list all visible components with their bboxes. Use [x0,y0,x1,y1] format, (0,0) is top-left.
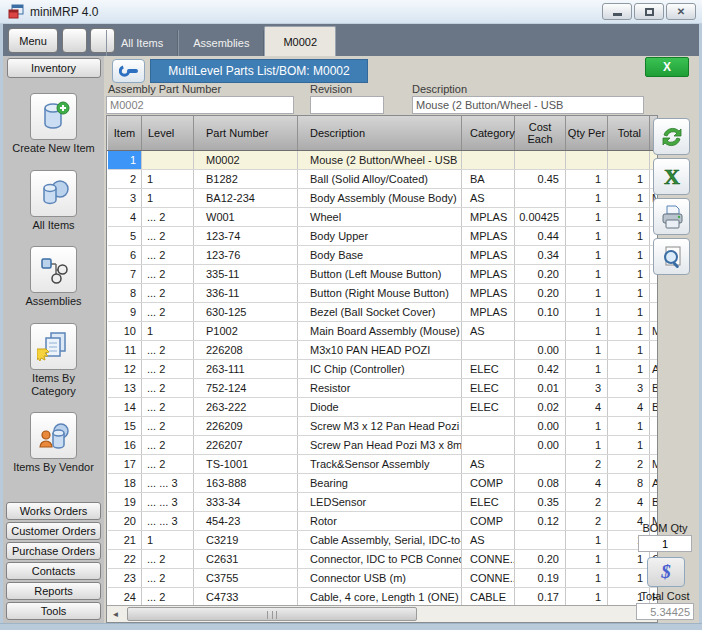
cell[interactable] [462,416,515,435]
sidebar-header-inventory[interactable]: Inventory [7,58,101,78]
cell[interactable]: 336-11 [194,283,298,302]
sidebar-item-items-by-category[interactable]: Items By Category [11,323,97,397]
cell[interactable]: 12 [108,359,142,378]
cell[interactable]: 2 [566,492,608,511]
cell[interactable]: 1 [566,283,608,302]
cell[interactable]: 1 [566,549,608,568]
cell[interactable]: ... 2 [142,397,194,416]
cell[interactable]: 1 [566,416,608,435]
cell[interactable]: 0.08 [515,473,566,492]
close-button[interactable]: ✕ [666,3,696,20]
col-header-level[interactable]: Level [142,116,194,150]
cell[interactable]: 2 [608,454,650,473]
cell[interactable]: 1 [608,283,650,302]
cell[interactable]: 0.20 [515,264,566,283]
cell[interactable]: C3219 [194,530,298,549]
cell[interactable]: Bearing [298,473,462,492]
col-header-part-number[interactable]: Part Number [194,116,298,150]
table-row[interactable]: 4... 2W001WheelMPLAS0.0042511 [108,207,658,226]
cell[interactable]: C3755 [194,568,298,587]
cell[interactable]: COMP [462,511,515,530]
cell[interactable]: 1 [608,340,650,359]
cell[interactable]: W001 [194,207,298,226]
cell[interactable]: 1 [566,359,608,378]
cell[interactable]: 7 [108,264,142,283]
cell[interactable]: Connector USB (m) [298,568,462,587]
all-items-button[interactable] [30,170,77,217]
cell[interactable]: CONNE... [462,549,515,568]
cell[interactable]: Cable Assembly, Serial, IDC-to-USB [298,530,462,549]
cell[interactable]: 0.02 [515,397,566,416]
cell[interactable]: Button (Left Mouse Button) [298,264,462,283]
tab-assemblies[interactable]: Assemblies [178,30,264,56]
cell[interactable]: 1 [608,188,650,207]
cell[interactable]: M [650,321,658,340]
cell[interactable]: 1 [608,416,650,435]
assemblies-button[interactable] [30,246,77,293]
cell[interactable]: ... 2 [142,340,194,359]
cell[interactable]: 1 [608,321,650,340]
table-row[interactable]: 6... 2123-76Body BaseMPLAS0.3411 [108,245,658,264]
cell[interactable]: 1 [608,226,650,245]
cell[interactable]: 0.10 [515,302,566,321]
cell[interactable]: A [650,359,658,378]
cell[interactable]: 0.44 [515,226,566,245]
cell[interactable]: 1 [566,340,608,359]
cell[interactable]: 1 [608,302,650,321]
cell[interactable]: 3 [108,188,142,207]
reports-button[interactable]: Reports [6,582,101,600]
cell[interactable]: 8 [108,283,142,302]
cell[interactable]: M3x10 PAN HEAD POZI [298,340,462,359]
assembly-part-number-input[interactable]: M0002 [106,96,294,114]
cell[interactable]: ... 2 [142,245,194,264]
cell[interactable] [462,150,515,169]
contacts-button[interactable]: Contacts [6,562,101,580]
cell[interactable]: 17 [108,454,142,473]
items-by-category-button[interactable] [30,323,77,370]
table-row[interactable]: 31BA12-234Body Assembly (Mouse Body)AS11… [108,188,658,207]
table-row[interactable]: 12... 2263-111IC Chip (Controller)ELEC0.… [108,359,658,378]
cell[interactable]: 1 [142,530,194,549]
cell[interactable]: B [650,397,658,416]
cell[interactable]: 0.20 [515,283,566,302]
cell[interactable]: 1 [566,568,608,587]
cell[interactable]: ... 2 [142,549,194,568]
cell[interactable]: MPLAS [462,302,515,321]
cell[interactable]: 8 [608,473,650,492]
cell[interactable]: M0002 [194,150,298,169]
sidebar-item-create-new-item[interactable]: Create New Item [11,93,97,155]
cell[interactable]: 1 [566,245,608,264]
cell[interactable]: 333-34 [194,492,298,511]
cell[interactable]: MPLAS [462,264,515,283]
cell[interactable]: 16 [108,435,142,454]
cell[interactable]: ... 2 [142,454,194,473]
cell[interactable]: MPLAS [462,207,515,226]
print-button[interactable] [653,198,690,235]
cell[interactable]: 2 [566,511,608,530]
cell[interactable]: 1 [608,245,650,264]
table-row[interactable]: 18... ... 3163-888BearingCOMP0.0848A [108,473,658,492]
cell[interactable] [515,530,566,549]
cell[interactable]: 335-11 [194,264,298,283]
cell[interactable]: ELEC [462,397,515,416]
table-row[interactable]: 24... 2C4733Cable, 4 core, Length 1 (ONE… [108,587,658,606]
tools-button[interactable]: Tools [6,602,101,620]
col-header-description[interactable]: Description [298,116,462,150]
cell[interactable]: 0.00425 [515,207,566,226]
cell[interactable] [462,340,515,359]
cell[interactable]: ... 2 [142,359,194,378]
cell[interactable]: 752-124 [194,378,298,397]
cell[interactable]: 14 [108,397,142,416]
cell[interactable] [650,340,658,359]
cell[interactable]: 2 [108,169,142,188]
table-row[interactable]: 17... 2TS-1001Track&Sensor AssemblyAS22M [108,454,658,473]
cell[interactable]: Body Upper [298,226,462,245]
table-row[interactable]: 101P1002Main Board Assembly (Mouse)AS11M [108,321,658,340]
cell[interactable]: 1 [142,321,194,340]
cell[interactable] [650,435,658,454]
cell[interactable]: 0.42 [515,359,566,378]
cell[interactable]: 1 [566,321,608,340]
cell[interactable]: Wheel [298,207,462,226]
cell[interactable]: AS [462,188,515,207]
cell[interactable] [650,302,658,321]
